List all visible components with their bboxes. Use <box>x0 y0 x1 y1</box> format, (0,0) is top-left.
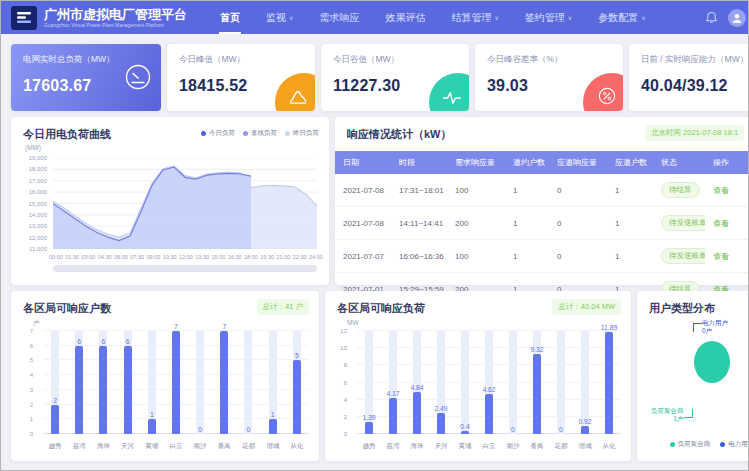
x-label: 南沙 <box>507 442 520 451</box>
x-label: 花都 <box>555 442 568 451</box>
legend-dot-icon <box>243 131 248 136</box>
x-label: 白云 <box>483 442 496 451</box>
legend-dot-icon <box>720 442 725 447</box>
nav-item-签约管理[interactable]: 签约管理∨ <box>512 1 585 34</box>
logo[interactable] <box>11 6 37 30</box>
bar-海珠: 4.84 <box>413 331 421 434</box>
nav-item-结算管理[interactable]: 结算管理∨ <box>438 1 511 34</box>
table-cell: 100 <box>447 174 505 207</box>
table-cell: 2021-07-07 <box>335 240 391 273</box>
table-header-row: 日期时段需求响应量邀约户数应邀响应量应邀户数状态操作 <box>335 151 749 174</box>
table-cell: 1 <box>607 207 653 240</box>
nav-item-监视[interactable]: 监视∨ <box>253 1 306 34</box>
user-type-donut-chart <box>694 341 730 383</box>
avatar[interactable] <box>728 9 746 27</box>
x-label: 南沙 <box>194 442 207 451</box>
callout-power-user: 电力用户 0户 <box>693 319 728 334</box>
x-label: 番禺 <box>531 442 544 451</box>
x-axis-labels: 00:0001:3003:0004:3006:0007:3009:0010:30… <box>49 254 323 260</box>
table-cell: 1 <box>505 240 549 273</box>
pulse-icon <box>442 91 462 105</box>
district-load-panel: 各区局可响应负荷 总计：40.04 MW MW 024681012 1.394.… <box>325 291 631 461</box>
view-link[interactable]: 查看 <box>713 186 729 195</box>
y-axis-unit: 户 <box>33 319 40 328</box>
x-label: 天河 <box>121 442 134 451</box>
x-label: 海珠 <box>411 442 424 451</box>
legend-dot-icon <box>201 131 206 136</box>
x-label: 增城 <box>579 442 592 451</box>
nav-item-需求响应[interactable]: 需求响应 <box>306 1 372 34</box>
kpi-card-peak-valley-rate: 今日峰谷差率（%） 39.03 <box>475 44 623 111</box>
status-badge: 待发送账单 <box>661 215 705 231</box>
nav-item-效果评估[interactable]: 效果评估 <box>372 1 438 34</box>
bar-荔湾: 4.17 <box>389 331 397 434</box>
table-cell: 100 <box>447 240 505 273</box>
view-link[interactable]: 查看 <box>713 219 729 228</box>
table-cell: 2021-07-08 <box>335 207 391 240</box>
y-axis-labels: 01234567 <box>15 331 37 434</box>
nav-item-参数配置[interactable]: 参数配置∨ <box>585 1 658 34</box>
callout-label: 电力用户 <box>702 319 728 327</box>
callout-aggregator: 负荷聚合商 1户 <box>651 407 693 422</box>
dashboard-page: 广州市虚拟电厂管理平台 Guangzhou Virtual Power Plan… <box>0 0 749 471</box>
x-label: 黄埔 <box>459 442 472 451</box>
table-cell: 1 <box>505 174 549 207</box>
bar-增城: 0.92 <box>581 331 589 434</box>
y-axis-unit: (MW) <box>25 144 41 151</box>
district-users-panel: 各区局可响应户数 总计：41 户 户 01234567 26661707015 … <box>11 291 319 461</box>
logo-icon <box>16 11 32 25</box>
user-type-panel: 用户类型分布 电力用户 0户 负荷聚合商 1户 负荷聚合商电力用户 <box>637 291 749 461</box>
table-row: 2021-07-0814:11~14:41200101待发送账单查看 <box>335 207 749 240</box>
beijing-time-badge: 北京时间 2021-07-08 18:1 <box>645 125 744 141</box>
column-header: 邀约户数 <box>505 151 549 174</box>
y-axis-labels: 024681012 <box>329 331 351 434</box>
bar-从化: 11.89 <box>605 331 613 434</box>
view-link[interactable]: 查看 <box>713 252 729 261</box>
table-row: 2021-07-0716:06~16:36100101待发送账单查看 <box>335 240 749 273</box>
data-zoom-scrollbar[interactable] <box>53 265 317 272</box>
table-cell: 2021-07-08 <box>335 174 391 207</box>
x-label: 番禺 <box>218 442 231 451</box>
bar-番禺: 9.32 <box>533 331 541 434</box>
legend-dot-icon <box>670 442 675 447</box>
nav-item-首页[interactable]: 首页 <box>207 1 253 34</box>
kpi-title: 今日谷值（MW） <box>333 54 457 66</box>
x-axis-labels: 越秀荔湾海珠天河黄埔白云南沙番禺花都增城从化 <box>43 442 309 451</box>
legend-item-基线负荷[interactable]: 基线负荷 <box>243 129 277 138</box>
chevron-down-icon: ∨ <box>568 14 572 21</box>
column-header: 应邀户数 <box>607 151 653 174</box>
app-subtitle: Guangzhou Virtual Power Plant Management… <box>44 22 187 28</box>
x-label: 从化 <box>290 442 303 451</box>
bell-icon[interactable] <box>705 11 718 24</box>
column-header: 需求响应量 <box>447 151 505 174</box>
legend-item-昨日负荷[interactable]: 昨日负荷 <box>285 129 319 138</box>
legend-item-今日负荷[interactable]: 今日负荷 <box>201 129 235 138</box>
bar-越秀: 1.39 <box>365 331 373 434</box>
bar-天河: 2.49 <box>437 331 445 434</box>
x-label: 荔湾 <box>73 442 86 451</box>
district-users-chart: 26661707015 <box>43 331 309 434</box>
x-label: 海珠 <box>97 442 110 451</box>
bar-黄埔: 0.4 <box>461 331 469 434</box>
bar-海珠: 6 <box>99 331 107 434</box>
navbar-right <box>705 9 738 27</box>
bar-白云: 7 <box>172 331 180 434</box>
table-cell: 0 <box>549 240 607 273</box>
x-label: 天河 <box>435 442 448 451</box>
callout-label: 负荷聚合商 <box>651 407 684 415</box>
x-label: 荔湾 <box>387 442 400 451</box>
legend-item-负荷聚合商[interactable]: 负荷聚合商 <box>670 440 711 449</box>
kpi-title: 今日峰值（MW） <box>179 54 303 66</box>
table-cell: 1 <box>607 240 653 273</box>
table-cell: 1 <box>607 174 653 207</box>
app-title: 广州市虚拟电厂管理平台 <box>44 8 187 22</box>
load-curve-chart <box>53 158 317 249</box>
total-badge: 总计：40.04 MW <box>552 299 621 315</box>
x-label: 增城 <box>266 442 279 451</box>
kpi-card-realtime-load: 电网实时总负荷（MW） 17603.67 <box>11 44 161 111</box>
legend-dot-icon <box>285 131 290 136</box>
y-axis-labels: 19,00018,00017,00016,00015,00014,00013,0… <box>15 155 47 252</box>
column-header: 操作 <box>705 151 749 174</box>
chevron-down-icon: ∨ <box>289 14 293 21</box>
legend-item-电力用户[interactable]: 电力用户 <box>720 440 749 449</box>
